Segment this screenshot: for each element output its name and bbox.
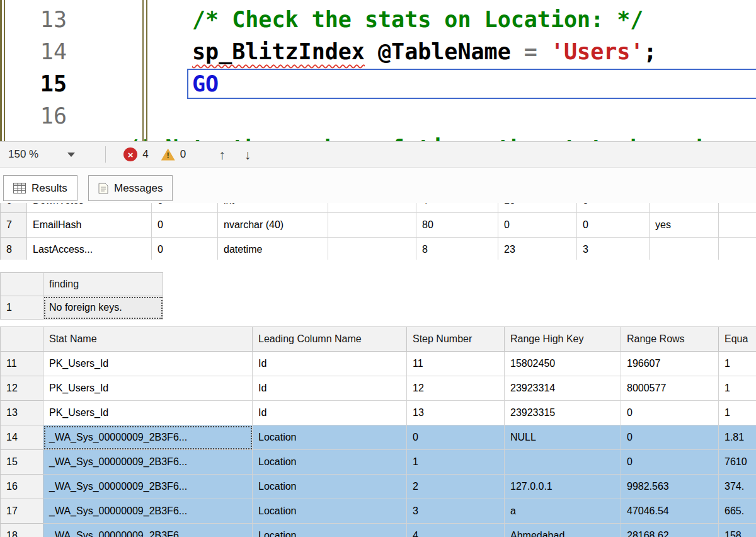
tab-results[interactable]: Results [3, 175, 77, 201]
row-number[interactable]: 15 [1, 450, 43, 475]
table-cell[interactable]: 0 [621, 425, 719, 450]
table-cell[interactable]: NULL [505, 425, 621, 450]
line-number[interactable]: 14 [0, 39, 67, 64]
table-cell[interactable]: 3 [407, 499, 505, 524]
column-header-equal-rows[interactable]: Equa [719, 327, 756, 352]
corner-header[interactable] [1, 327, 43, 352]
row-number[interactable]: 1 [1, 296, 43, 320]
table-cell-finding[interactable]: No foreign keys. [43, 296, 163, 320]
table-cell[interactable]: 0 [407, 425, 505, 450]
table-cell[interactable] [328, 213, 416, 238]
table-cell[interactable]: 0 [152, 213, 218, 238]
tab-messages[interactable]: Messages [88, 175, 173, 201]
code-text[interactable]: /* Check the stats on Location: */ [192, 7, 643, 32]
table-cell[interactable]: 1 [719, 352, 756, 376]
column-header-finding[interactable]: finding [43, 273, 163, 296]
table-cell[interactable]: Location [253, 450, 407, 475]
table-cell[interactable]: 80 [416, 213, 498, 238]
line-number-current[interactable]: 15 [0, 71, 67, 96]
line-number[interactable]: 13 [0, 7, 67, 32]
table-cell[interactable] [328, 238, 416, 260]
table-cell[interactable]: 23923315 [505, 401, 621, 425]
table-cell[interactable]: 0 [577, 213, 650, 238]
row-number[interactable]: 11 [1, 352, 43, 376]
row-number[interactable]: 7 [1, 213, 27, 238]
table-cell[interactable]: 1 [719, 401, 756, 425]
warning-indicator[interactable]: ! 0 [161, 148, 186, 161]
sql-editor[interactable]: 13 /* Check the stats on Location: */ 14… [0, 0, 756, 141]
row-number[interactable]: 12 [1, 376, 43, 401]
table-cell[interactable]: 11 [407, 352, 505, 376]
table-cell[interactable]: Location [253, 425, 407, 450]
table-cell[interactable]: 0 [152, 203, 218, 213]
table-cell[interactable]: 1 [719, 376, 756, 401]
row-number[interactable]: 6 [1, 203, 27, 213]
table-cell[interactable]: 374. [719, 475, 756, 499]
table-cell[interactable]: 8000577 [621, 376, 719, 401]
table-cell[interactable]: 47046.54 [621, 499, 719, 524]
row-number[interactable]: 13 [1, 401, 43, 425]
table-cell[interactable]: 8 [416, 238, 498, 260]
table-cell[interactable]: PK_Users_Id [43, 352, 253, 376]
column-header-stat-name[interactable]: Stat Name [43, 327, 253, 352]
row-number[interactable]: 16 [1, 475, 43, 499]
line-number[interactable]: 16 [0, 103, 67, 129]
table-cell[interactable]: a [505, 499, 621, 524]
next-item-button[interactable]: ↓ [244, 148, 251, 161]
table-cell[interactable]: 0 [621, 401, 719, 425]
table-cell[interactable]: _WA_Sys_00000009_2B3F6... [43, 475, 253, 499]
table-cell[interactable]: Id [253, 352, 407, 376]
table-cell[interactable] [650, 203, 719, 213]
table-cell[interactable]: 2 [407, 475, 505, 499]
table-cell[interactable]: datetime [218, 238, 328, 260]
table-cell[interactable] [328, 203, 416, 213]
column-header-step-number[interactable]: Step Number [407, 327, 505, 352]
previous-item-button[interactable]: ↑ [219, 148, 226, 161]
table-cell[interactable]: Id [253, 401, 407, 425]
table-cell-focused[interactable]: _WA_Sys_00000009_2B3F6... [43, 425, 253, 450]
table-cell[interactable] [719, 238, 756, 260]
table-cell[interactable]: 9982.563 [621, 475, 719, 499]
table-cell[interactable]: 127.0.0.1 [505, 475, 621, 499]
table-cell[interactable]: yes [650, 213, 719, 238]
table-cell[interactable]: 12 [407, 376, 505, 401]
table-cell[interactable]: 7610 [719, 450, 756, 475]
corner-header[interactable] [1, 273, 43, 296]
table-cell[interactable]: Id [253, 376, 407, 401]
table-cell[interactable]: 158 [719, 524, 756, 537]
table-cell[interactable]: 0 [152, 238, 218, 260]
table-cell[interactable]: 196607 [621, 352, 719, 376]
table-cell[interactable]: PK_Users_Id [43, 401, 253, 425]
code-text[interactable]: /* Note the number of times the stats ha… [125, 136, 756, 142]
column-header-range-high-key[interactable]: Range High Key [505, 327, 621, 352]
table-cell[interactable]: int [218, 203, 328, 213]
zoom-level-dropdown[interactable]: 150 % [8, 148, 75, 161]
table-cell[interactable]: 0 [577, 203, 650, 213]
table-cell[interactable]: 665. [719, 499, 756, 524]
table-cell[interactable] [505, 450, 621, 475]
table-cell[interactable] [719, 203, 756, 213]
table-cell[interactable]: Location [253, 499, 407, 524]
table-cell[interactable]: nvarchar (40) [218, 213, 328, 238]
table-cell[interactable]: 4 [416, 203, 498, 213]
error-indicator[interactable]: × 4 [123, 147, 148, 161]
table-cell[interactable]: 23 [498, 238, 577, 260]
table-cell[interactable]: Ahmedabad, ... [505, 524, 621, 537]
table-cell[interactable]: PK_Users_Id [43, 376, 253, 401]
column-header-range-rows[interactable]: Range Rows [621, 327, 719, 352]
table-cell[interactable]: LastAccess... [27, 238, 152, 260]
table-cell[interactable]: 13 [407, 401, 505, 425]
table-cell[interactable] [719, 213, 756, 238]
table-cell[interactable] [650, 238, 719, 260]
table-cell[interactable]: 1.81 [719, 425, 756, 450]
table-cell[interactable]: Location [253, 475, 407, 499]
row-number[interactable]: 18 [1, 524, 43, 537]
table-cell[interactable]: _WA_Sys_00000009_2B3F6... [43, 450, 253, 475]
table-cell[interactable]: EmailHash [27, 213, 152, 238]
row-number[interactable]: 14 [1, 425, 43, 450]
table-cell[interactable]: 1 [407, 450, 505, 475]
table-cell[interactable]: 10 [498, 203, 577, 213]
table-cell[interactable]: Location [253, 524, 407, 537]
code-text[interactable]: sp_BlitzIndex @TableName = 'Users'; [192, 39, 657, 64]
row-number[interactable]: 8 [1, 238, 27, 260]
